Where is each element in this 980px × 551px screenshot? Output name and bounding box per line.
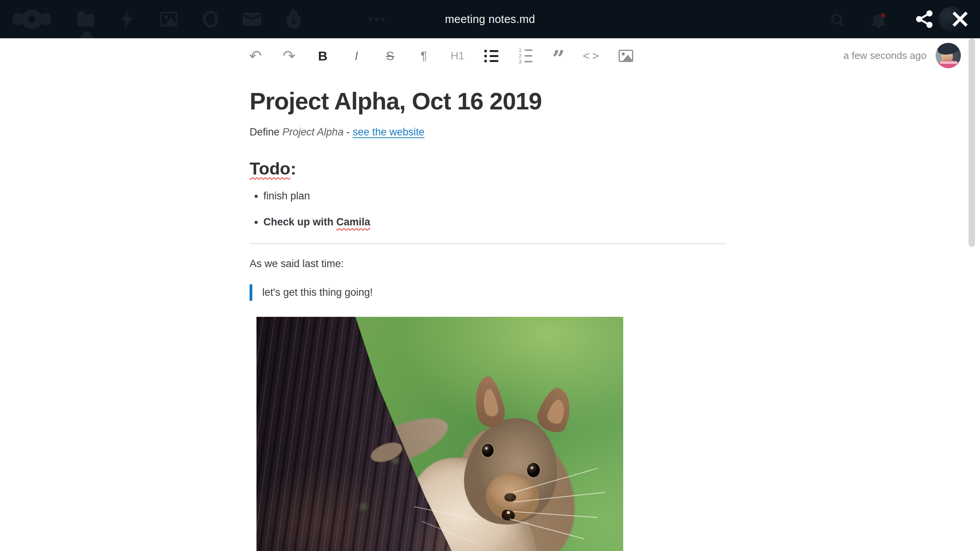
folder-icon (77, 14, 94, 26)
ordered-list-icon: 1 2 3 (518, 49, 532, 64)
intro-paragraph: Define Project Alpha - see the website (250, 126, 725, 138)
avatar-shirt (936, 60, 961, 68)
todo-word: Todo (250, 159, 291, 178)
app-finance-button[interactable]: $ (273, 0, 314, 38)
insert-image-button[interactable] (617, 45, 634, 67)
logo-circle (22, 9, 42, 29)
money-bag-icon: $ (286, 14, 301, 29)
item-text: Check up with (263, 216, 336, 228)
share-button[interactable] (909, 0, 940, 38)
image-icon (619, 50, 633, 62)
last-saved-label: a few seconds ago (843, 50, 926, 62)
todo-colon: : (291, 159, 296, 178)
list-item: finish plan (263, 190, 725, 202)
squirrel-image (256, 317, 623, 551)
notifications-button[interactable] (865, 0, 892, 38)
save-status: a few seconds ago (843, 43, 961, 68)
active-app-indicator (78, 31, 95, 38)
paragraph-button[interactable]: ¶ (415, 45, 432, 67)
close-icon (952, 11, 969, 28)
bullet-list-button[interactable] (483, 45, 500, 67)
app-more-button[interactable] (356, 0, 397, 38)
search-button[interactable] (823, 0, 850, 38)
nextcloud-logo-icon[interactable] (11, 0, 53, 38)
ordered-list-button[interactable]: 1 2 3 (516, 45, 533, 67)
dollar-glyph: $ (291, 16, 296, 26)
heading-button[interactable]: H1 (449, 45, 466, 67)
editor-menubar: ↶ ↷ B I S ¶ H1 1 2 3 ” <> a few seconds … (0, 38, 980, 73)
blockquote: let's get this thing going! (250, 284, 725, 301)
blockquote-button[interactable]: ” (550, 45, 567, 67)
todo-heading: Todo: (250, 159, 725, 179)
document-heading: Project Alpha, Oct 16 2019 (250, 87, 725, 115)
horizontal-rule (250, 243, 725, 244)
formatting-toolbar: ↶ ↷ B I S ¶ H1 1 2 3 ” <> (247, 45, 634, 67)
contacts-icon (325, 11, 345, 28)
redo-button[interactable]: ↷ (281, 45, 297, 67)
photo-icon (160, 12, 177, 26)
notification-dot (881, 13, 885, 18)
website-link[interactable]: see the website (353, 126, 425, 138)
lightning-icon (121, 10, 133, 28)
envelope-icon (243, 13, 261, 26)
ellipsis-icon (369, 18, 384, 21)
closing-paragraph: As we said last time: (250, 258, 725, 270)
app-contacts-button[interactable] (314, 0, 356, 38)
document-editor[interactable]: Project Alpha, Oct 16 2019 Define Projec… (250, 87, 725, 551)
code-button[interactable]: <> (584, 45, 601, 67)
bold-button[interactable]: B (314, 45, 331, 67)
app-photos-button[interactable] (148, 0, 189, 38)
item-name: Camila (336, 216, 371, 228)
intro-emphasis: Project Alpha (283, 126, 344, 138)
search-icon (831, 14, 842, 24)
bell-icon (873, 15, 884, 24)
topbar: $ meeting notes.md (0, 0, 980, 38)
circle-icon (203, 10, 218, 28)
italic-button[interactable]: I (348, 45, 365, 67)
intro-dash: - (343, 126, 353, 138)
bullet-list-icon (484, 50, 498, 62)
avatar-hat (937, 43, 960, 56)
list-item: Check up with Camila (263, 216, 725, 228)
avatar[interactable] (936, 43, 961, 68)
app-mail-button[interactable] (231, 0, 273, 38)
intro-text: Define (250, 126, 283, 138)
vertical-scrollbar[interactable] (969, 38, 975, 247)
app-circles-button[interactable] (190, 0, 231, 38)
app-activity-button[interactable] (106, 0, 148, 38)
share-icon (916, 10, 933, 28)
undo-button[interactable]: ↶ (247, 45, 264, 67)
strikethrough-button[interactable]: S (382, 45, 399, 67)
close-viewer-button[interactable] (945, 0, 975, 38)
todo-list: finish plan Check up with Camila (250, 190, 725, 228)
viewer-title: meeting notes.md (445, 0, 535, 38)
